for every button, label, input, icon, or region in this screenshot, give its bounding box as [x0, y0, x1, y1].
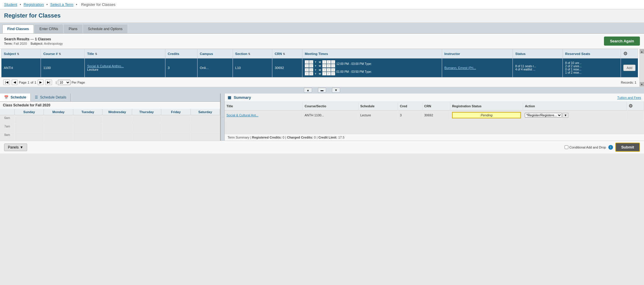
cal-cell-8am-fri — [161, 132, 191, 140]
cal-cell-7am-fri — [161, 124, 191, 132]
summary-icon: ▦ — [228, 95, 231, 100]
conditional-add-drop-checkbox[interactable] — [565, 145, 568, 149]
cal-th1: T — [322, 60, 326, 64]
cal2-f2: F — [327, 72, 331, 75]
action-select[interactable]: *Register/Registere... Drop Waitlist — [525, 113, 562, 118]
col-section[interactable]: Section ⇅ — [233, 49, 272, 58]
results-content: Subject ⇅ Course # ⇅ Title ⇅ Credits Cam… — [0, 49, 639, 87]
cal-header-saturday: Saturday — [191, 109, 220, 115]
next-page-button[interactable]: ▶ — [38, 80, 44, 85]
search-again-button[interactable]: Search Again — [604, 37, 640, 46]
time-7am: 7am — [0, 124, 15, 132]
per-page-select[interactable]: 10 25 50 100 — [58, 80, 70, 85]
breadcrumb-student[interactable]: Student — [4, 2, 17, 7]
cal-cell-6am-tue — [73, 115, 103, 123]
divider-mid-button[interactable]: ▬ — [318, 88, 326, 93]
cal-cell-7am-mon — [44, 124, 73, 132]
col-credits[interactable]: Credits — [165, 49, 198, 58]
cal-cell-8am-thu — [132, 132, 161, 140]
of-label: of — [31, 81, 33, 84]
cal-header-time — [0, 109, 15, 115]
sum-col-gear[interactable]: ⚙ — [626, 102, 644, 110]
tab-find-classes[interactable]: Find Classes — [2, 25, 34, 33]
collapse-down-button[interactable]: ▼ — [332, 88, 340, 93]
cell-section: L10 — [233, 58, 272, 77]
col-meeting-times[interactable]: Meeting Times — [302, 49, 442, 58]
scroll-up-button[interactable]: ▲ — [640, 49, 644, 53]
results-table-section: Subject ⇅ Course # ⇅ Title ⇅ Credits Cam… — [0, 49, 644, 87]
cal2-m2: M — [309, 72, 313, 75]
col-crn[interactable]: CRN ⇅ — [272, 49, 302, 58]
cal-s1b: S — [305, 64, 309, 68]
summary-table: Title Course/Sectio Schedule Cred CRN Re… — [225, 102, 644, 120]
tab-plans[interactable]: Plans — [64, 25, 82, 33]
meeting-time-2: 01:00 PM - 03:50 PM Type: — [336, 70, 372, 73]
cal-cell-7am-wed — [103, 124, 132, 132]
cal2-w: W — [318, 68, 322, 72]
summary-header: ▦ Summary Tuition and Fees — [225, 94, 644, 102]
instructor-link[interactable]: Bumann, Ernest (Pri... — [444, 66, 476, 70]
cal-cell-6am-sat — [191, 115, 220, 123]
col-title[interactable]: Title ⇅ — [85, 49, 165, 58]
cal-row-8am: 8am — [0, 132, 220, 141]
cal-sa1: S — [331, 60, 335, 64]
tab-enter-crns[interactable]: Enter CRNs — [34, 25, 63, 33]
info-icon[interactable]: i — [608, 145, 613, 150]
cal-f1b: F — [327, 64, 331, 68]
cal-cell-8am-mon — [44, 132, 73, 140]
collapse-up-button[interactable]: ▲ — [304, 88, 312, 93]
breadcrumb-select-term[interactable]: Select a Term — [50, 2, 73, 7]
col-instructor[interactable]: Instructor — [442, 49, 513, 58]
page-label: Page — [19, 81, 27, 84]
col-campus[interactable]: Campus — [197, 49, 233, 58]
table-gear-icon: ⚙ — [623, 51, 627, 56]
tab-schedule-options[interactable]: Schedule and Options — [83, 25, 127, 33]
cal2-t2: T — [314, 72, 318, 75]
tab-schedule[interactable]: 📅 Schedule — [0, 94, 31, 101]
cal-cell-8am-tue — [73, 132, 103, 140]
cal-header-sunday: Sunday — [15, 109, 44, 115]
cal2-sa2: S — [331, 72, 335, 75]
submit-button[interactable]: Submit — [615, 143, 640, 152]
breadcrumb-registration[interactable]: Registration — [24, 2, 44, 7]
scroll-down-button[interactable]: ▼ — [640, 82, 644, 86]
course-title-link[interactable]: Social & Cultural Anthro... — [87, 64, 124, 68]
cal-header: Sunday Monday Tuesday Wednesday Thursday… — [0, 109, 220, 115]
tuition-fees-link[interactable]: Tuition and Fees — [617, 96, 641, 99]
cal-cell-8am-sat — [191, 132, 220, 140]
summary-table-container: Title Course/Sectio Schedule Cred CRN Re… — [225, 102, 644, 134]
cell-title: Social & Cultural Anthro... Lecture — [85, 58, 165, 77]
summary-title-link[interactable]: Social & Cultural Ant... — [226, 113, 258, 117]
first-page-button[interactable]: |◀ — [3, 80, 10, 85]
col-settings[interactable]: ⚙ — [621, 49, 638, 58]
bottom-bar: Panels ▼ Conditional Add and Drop i Subm… — [0, 141, 644, 153]
last-page-button[interactable]: ▶| — [45, 80, 52, 85]
col-course[interactable]: Course # ⇅ — [41, 49, 85, 58]
sum-col-crn: CRN — [422, 102, 450, 110]
vertical-divider-handle[interactable]: ⋮ — [221, 94, 225, 141]
tabs-bar: Find Classes Enter CRNs Plans Schedule a… — [0, 23, 644, 34]
cal-cell-7am-sat — [191, 124, 220, 132]
col-subject[interactable]: Subject ⇅ — [1, 49, 41, 58]
tab-schedule-details[interactable]: ☰ Schedule Details — [31, 94, 71, 101]
cal2-s: S — [305, 68, 309, 72]
prev-page-button[interactable]: ◀ — [12, 80, 18, 85]
cell-add: Add — [621, 58, 638, 77]
add-button[interactable]: Add — [623, 65, 636, 71]
cal-header-friday: Friday — [161, 109, 191, 115]
bottom-right: Conditional Add and Drop i Submit — [565, 143, 640, 152]
panels-button[interactable]: Panels ▼ — [4, 144, 27, 151]
cell-status: 8 of 11 seats r...4 of 4 waitlist ... — [513, 58, 563, 77]
calendar-grid: Sunday Monday Tuesday Wednesday Thursday… — [0, 109, 220, 141]
vertical-scrollbar[interactable]: ▲ ▼ — [639, 49, 644, 87]
col-reserved-seats[interactable]: Reserved Seats — [563, 49, 621, 58]
cal-row-7am: 7am — [0, 124, 220, 132]
list-icon: ☰ — [35, 95, 38, 99]
cal-cell-6am-fri — [161, 115, 191, 123]
col-status[interactable]: Status — [513, 49, 563, 58]
cal-header-wednesday: Wednesday — [103, 109, 132, 115]
cal2-s2: S — [305, 72, 309, 75]
action-dropdown-button[interactable]: ▼ — [562, 113, 568, 118]
conditional-add-drop-label: Conditional Add and Drop — [569, 146, 606, 149]
sort-subject-icon: ⇅ — [17, 53, 19, 56]
